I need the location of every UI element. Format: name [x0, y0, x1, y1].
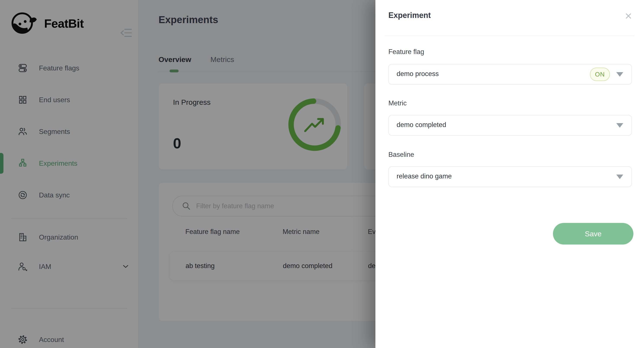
drawer-header-divider [385, 36, 634, 36]
caret-down-icon [616, 174, 623, 179]
metric-select[interactable]: demo completed [388, 115, 632, 136]
baseline-value: release dino game [396, 167, 452, 186]
baseline-select[interactable]: release dino game [388, 166, 632, 187]
drawer-title: Experiment [388, 11, 431, 20]
on-status-badge: ON [590, 68, 610, 81]
caret-down-icon [616, 123, 623, 128]
baseline-label: Baseline [388, 151, 414, 159]
caret-down-icon [616, 72, 623, 77]
feature-flag-label: Feature flag [388, 48, 424, 56]
metric-label: Metric [388, 99, 406, 107]
close-icon[interactable] [624, 11, 633, 21]
feature-flag-value: demo process [396, 64, 439, 83]
save-button[interactable]: Save [553, 223, 634, 245]
app-root: FeatBit Feature flags [0, 0, 644, 348]
metric-value: demo completed [396, 115, 446, 134]
experiment-drawer: Experiment Feature flag demo process ON … [376, 0, 644, 348]
feature-flag-select[interactable]: demo process ON [388, 64, 632, 85]
